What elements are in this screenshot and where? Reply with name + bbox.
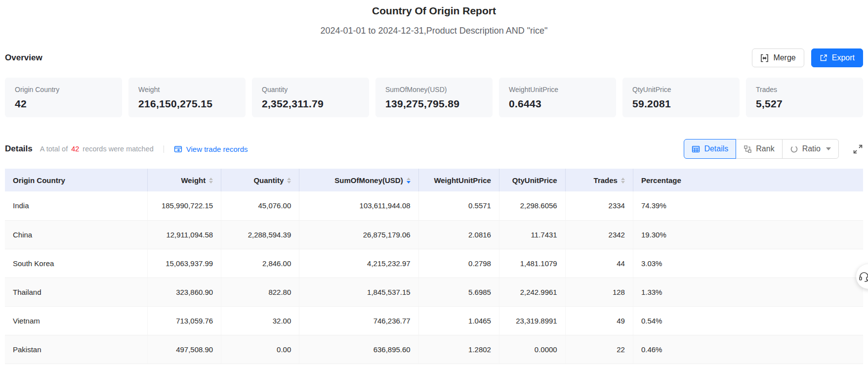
- overview-card-trades: Trades 5,527: [746, 78, 863, 117]
- sort-icon[interactable]: [407, 178, 411, 184]
- matched-summary: A total of 42 records were matched: [40, 145, 154, 153]
- overview-card-weight: Weight 216,150,275.15: [128, 78, 246, 117]
- table-cell: 44: [565, 249, 633, 278]
- table-cell: 2,298.6056: [499, 191, 565, 220]
- view-tab-label: Ratio: [802, 144, 821, 153]
- view-switch: Details Rank Ratio: [684, 139, 839, 159]
- table-cell: 4,215,232.97: [299, 249, 418, 278]
- card-label: Quantity: [262, 86, 359, 93]
- card-value: 42: [15, 98, 112, 110]
- table-cell: 19.30%: [633, 220, 863, 249]
- vertical-divider: [164, 145, 164, 153]
- table-cell: 1.0465: [418, 306, 499, 335]
- table-row-south-korea: South Korea15,063,937.992,846.004,215,23…: [5, 249, 863, 278]
- details-bar: Details A total of 42 records were match…: [0, 139, 868, 159]
- column-header-label: Percentage: [641, 176, 681, 185]
- details-table: Origin CountryWeight Quantity SumOfMoney…: [5, 169, 863, 364]
- column-header-label: Trades: [594, 176, 618, 185]
- column-header-weight[interactable]: Weight: [147, 169, 221, 191]
- overview-cards: Origin Country 42Weight 216,150,275.15Qu…: [0, 78, 868, 117]
- country-of-origin-report-page: Country Of Origin Report 2024-01-01 to 2…: [0, 0, 868, 371]
- column-header-label: SumOfMoney(USD): [334, 176, 403, 185]
- table-row-vietnam: Vietnam713,059.7632.00746,236.771.046523…: [5, 306, 863, 335]
- column-header-label: Weight: [181, 176, 206, 185]
- column-header-quantity[interactable]: Quantity: [221, 169, 299, 191]
- trade-records-icon: [174, 145, 182, 153]
- card-value: 139,275,795.89: [385, 98, 483, 110]
- table-cell: 746,236.77: [299, 306, 418, 335]
- card-value: 0.6443: [509, 98, 606, 110]
- headset-icon: [858, 271, 868, 282]
- matched-suffix: records were matched: [83, 145, 153, 153]
- country-cell: South Korea: [5, 249, 147, 278]
- view-tab-rank[interactable]: Rank: [736, 139, 782, 159]
- card-label: Origin Country: [15, 86, 112, 93]
- country-cell: China: [5, 220, 147, 249]
- sort-icon[interactable]: [621, 178, 625, 184]
- view-trade-records-label: View trade records: [186, 145, 248, 153]
- toolbar: Merge Export: [752, 48, 863, 67]
- matched-count: 42: [71, 145, 79, 153]
- view-tab-ratio[interactable]: Ratio: [782, 139, 839, 159]
- view-tab-label: Rank: [756, 144, 774, 153]
- matched-prefix: A total of: [40, 145, 68, 153]
- table-cell: 15,063,937.99: [147, 249, 221, 278]
- table-cell: 822.80: [221, 278, 299, 306]
- table-cell: 103,611,944.08: [299, 191, 418, 220]
- table-cell: 0.54%: [633, 306, 863, 335]
- table-cell: 636,895.60: [299, 335, 418, 364]
- table-cell: 5.6985: [418, 278, 499, 306]
- table-cell: 22: [565, 335, 633, 364]
- table-cell: 45,076.00: [221, 191, 299, 220]
- table-cell: 1,845,537.15: [299, 278, 418, 306]
- table-cell: 74.39%: [633, 191, 863, 220]
- table-cell: 0.0000: [499, 335, 565, 364]
- overview-bar: Overview Merge Export: [0, 48, 868, 68]
- table-cell: 1.2802: [418, 335, 499, 364]
- column-header-trades[interactable]: Trades: [565, 169, 633, 191]
- overview-card-qtyunitprice: QtyUnitPrice 59.2081: [622, 78, 740, 117]
- details-bar-left: Details A total of 42 records were match…: [5, 144, 248, 154]
- table-cell: 2342: [565, 220, 633, 249]
- column-header-percentage: Percentage: [633, 169, 863, 191]
- table-cell: 185,990,722.15: [147, 191, 221, 220]
- column-header-label: Origin Country: [13, 176, 65, 185]
- country-cell: Thailand: [5, 278, 147, 306]
- overview-card-origin-country: Origin Country 42: [5, 78, 122, 117]
- column-header-sumofmoney-usd[interactable]: SumOfMoney(USD): [299, 169, 418, 191]
- column-header-weightunitprice: WeightUnitPrice: [418, 169, 499, 191]
- table-row-india: India185,990,722.1545,076.00103,611,944.…: [5, 191, 863, 220]
- table-row-china: China12,911,094.582,288,594.3926,875,179…: [5, 220, 863, 249]
- overview-heading: Overview: [5, 53, 42, 63]
- table-cell: 1,481.1079: [499, 249, 565, 278]
- table-grid-icon: [692, 145, 700, 153]
- table-cell: 49: [565, 306, 633, 335]
- table-cell: 2.0816: [418, 220, 499, 249]
- table-cell: 128: [565, 278, 633, 306]
- table-cell: 11.7431: [499, 220, 565, 249]
- table-row-pakistan: Pakistan497,508.900.00636,895.601.28020.…: [5, 335, 863, 364]
- sort-icon[interactable]: [287, 178, 291, 184]
- export-button[interactable]: Export: [811, 48, 863, 67]
- merge-button[interactable]: Merge: [752, 48, 804, 67]
- merge-button-label: Merge: [773, 53, 795, 62]
- export-icon: [820, 54, 827, 62]
- page-title: Country Of Origin Report: [0, 0, 868, 17]
- table-cell: 2,288,594.39: [221, 220, 299, 249]
- card-value: 216,150,275.15: [138, 98, 236, 110]
- country-cell: Vietnam: [5, 306, 147, 335]
- card-value: 59.2081: [632, 98, 730, 110]
- sort-icon[interactable]: [209, 178, 213, 184]
- country-cell: Pakistan: [5, 335, 147, 364]
- merge-cells-icon: [760, 54, 769, 62]
- column-header-label: QtyUnitPrice: [512, 176, 557, 185]
- card-label: Weight: [138, 86, 236, 93]
- table-cell: 2,846.00: [221, 249, 299, 278]
- view-trade-records-link[interactable]: View trade records: [174, 145, 248, 153]
- view-tab-details[interactable]: Details: [684, 139, 736, 159]
- ratio-donut-icon: [790, 145, 798, 153]
- table-row-thailand: Thailand323,860.90822.801,845,537.155.69…: [5, 278, 863, 306]
- column-header-qtyunitprice: QtyUnitPrice: [499, 169, 565, 191]
- rank-icon: [744, 145, 752, 153]
- fullscreen-expand-icon[interactable]: [853, 144, 863, 154]
